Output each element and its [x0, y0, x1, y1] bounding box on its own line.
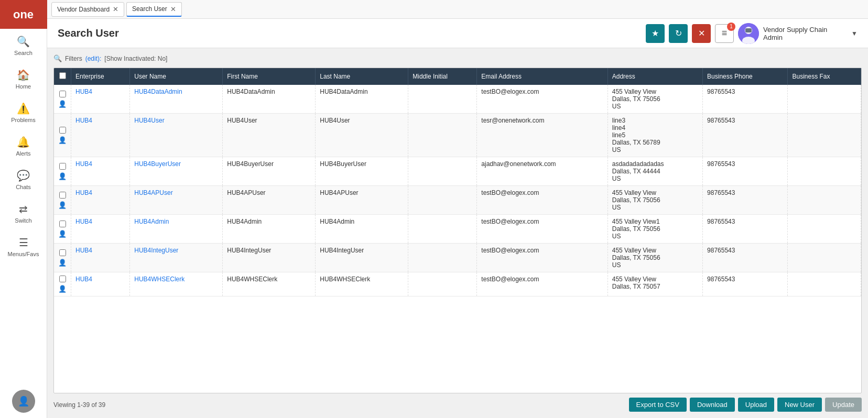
star-button[interactable]: ★: [646, 24, 665, 43]
row-firstname: HUB4IntegUser: [223, 244, 316, 272]
enterprise-link-6[interactable]: HUB4: [75, 276, 92, 283]
row-business-fax: [788, 85, 861, 114]
enterprise-link-5[interactable]: HUB4: [75, 247, 92, 254]
table-row: 👤 HUB4 HUB4IntegUser HUB4IntegUser HUB4I…: [54, 244, 861, 272]
new-user-button[interactable]: New User: [777, 398, 822, 412]
row-enterprise: HUB4: [71, 215, 130, 244]
row-business-fax: [788, 186, 861, 215]
user-dropdown-arrow[interactable]: ▼: [851, 30, 858, 37]
main-content: Vendor Dashboard ✕ Search User ✕ Search …: [47, 0, 868, 418]
tab-search-user-label: Search User: [132, 5, 167, 13]
tab-search-user-close[interactable]: ✕: [170, 6, 176, 13]
filter-edit-link[interactable]: (edit):: [85, 55, 102, 62]
enterprise-link-1[interactable]: HUB4: [75, 117, 92, 124]
download-button[interactable]: Download: [690, 398, 735, 412]
row-enterprise: HUB4: [71, 186, 130, 215]
enterprise-link-2[interactable]: HUB4: [75, 160, 92, 168]
row-username: HUB4User: [130, 114, 223, 157]
row-enterprise: HUB4: [71, 244, 130, 272]
sidebar-item-search[interactable]: 🔍 Search: [0, 29, 47, 62]
row-business-phone: 98765543: [703, 272, 788, 296]
row-checkbox-5[interactable]: [59, 249, 66, 256]
close-button[interactable]: ✕: [692, 24, 711, 43]
enterprise-link-4[interactable]: HUB4: [75, 218, 92, 225]
select-all-checkbox[interactable]: [59, 72, 66, 79]
sidebar-label-chats: Chats: [16, 184, 31, 190]
user-name: Vendor Supply Chain Admin: [763, 26, 847, 41]
username-link-0[interactable]: HUB4DataAdmin: [134, 88, 182, 95]
table-row: 👤 HUB4 HUB4APUser HUB4APUser HUB4APUser …: [54, 186, 861, 215]
row-username: HUB4DataAdmin: [130, 85, 223, 114]
tab-vendor-dashboard-close[interactable]: ✕: [113, 6, 118, 13]
row-business-fax: [788, 244, 861, 272]
row-enterprise: HUB4: [71, 272, 130, 296]
sidebar-item-switch[interactable]: ⇄ Switch: [0, 196, 47, 230]
row-business-fax: [788, 272, 861, 296]
menu-button[interactable]: ≡ 1: [715, 24, 734, 43]
user-avatar: [738, 23, 759, 44]
upload-button[interactable]: Upload: [738, 398, 774, 412]
row-checkbox-3[interactable]: [59, 192, 66, 199]
row-lastname: HUB4APUser: [316, 186, 408, 215]
row-checkbox-4[interactable]: [59, 221, 66, 227]
row-firstname: HUB4WHSEClerk: [223, 272, 316, 296]
username-link-6[interactable]: HUB4WHSEClerk: [134, 276, 185, 283]
row-username: HUB4Admin: [130, 215, 223, 244]
table-container: Enterprise User Name First Name Last Nam…: [53, 68, 862, 393]
sidebar-item-chats[interactable]: 💬 Chats: [0, 163, 47, 196]
enterprise-link-0[interactable]: HUB4: [75, 88, 92, 95]
user-profile[interactable]: Vendor Supply Chain Admin ▼: [738, 23, 858, 44]
row-checkbox-2[interactable]: [59, 163, 66, 170]
row-address: asdadadadadadasDallas, TX 44444US: [607, 157, 702, 186]
filter-bar: 🔍 Filters (edit): [Show Inactivated: No]: [53, 54, 862, 62]
row-checkbox-cell: 👤: [54, 272, 71, 296]
username-link-1[interactable]: HUB4User: [134, 117, 164, 124]
col-lastname: Last Name: [316, 68, 408, 85]
row-checkbox-6[interactable]: [59, 276, 66, 282]
refresh-button[interactable]: ↻: [669, 24, 688, 43]
username-link-5[interactable]: HUB4IntegUser: [134, 247, 178, 254]
username-link-2[interactable]: HUB4BuyerUser: [134, 160, 181, 168]
row-middle-initial: [408, 157, 477, 186]
sidebar-item-menus-favs[interactable]: ☰ Menus/Favs: [0, 230, 47, 263]
problems-icon: ⚠️: [17, 102, 30, 115]
username-link-3[interactable]: HUB4APUser: [134, 189, 172, 196]
sidebar-item-problems[interactable]: ⚠️ Problems: [0, 96, 47, 129]
user-row-icon: 👤: [58, 230, 67, 238]
sidebar-item-alerts[interactable]: 🔔 Alerts: [0, 129, 47, 163]
sidebar: one 🔍 Search 🏠 Home ⚠️ Problems 🔔 Alerts…: [0, 0, 47, 418]
menus-icon: ☰: [19, 236, 28, 249]
row-email: testBO@elogex.com: [477, 215, 607, 244]
table-body: 👤 HUB4 HUB4DataAdmin HUB4DataAdmin HUB4D…: [54, 85, 861, 296]
enterprise-link-3[interactable]: HUB4: [75, 189, 92, 196]
tab-vendor-dashboard[interactable]: Vendor Dashboard ✕: [51, 2, 124, 17]
row-email: testBO@elogex.com: [477, 186, 607, 215]
user-row-icon: 👤: [58, 285, 67, 293]
user-avatar-sidebar[interactable]: 👤: [12, 390, 35, 413]
export-csv-button[interactable]: Export to CSV: [629, 398, 687, 412]
col-address: Address: [607, 68, 702, 85]
col-email: Email Address: [477, 68, 607, 85]
row-business-phone: 98765543: [703, 85, 788, 114]
app-logo[interactable]: one: [0, 0, 47, 29]
row-business-phone: 98765543: [703, 114, 788, 157]
row-checkbox-0[interactable]: [59, 91, 66, 97]
update-button[interactable]: Update: [825, 398, 862, 412]
row-address: 455 Valley ViewDallas, TX 75056US: [607, 244, 702, 272]
tab-search-user[interactable]: Search User ✕: [126, 2, 182, 17]
row-business-phone: 98765543: [703, 157, 788, 186]
tabs-bar: Vendor Dashboard ✕ Search User ✕: [47, 0, 868, 19]
page-header: Search User ★ ↻ ✕ ≡ 1 Vendor Supply Chai: [47, 19, 868, 48]
table-row: 👤 HUB4 HUB4BuyerUser HUB4BuyerUser HUB4B…: [54, 157, 861, 186]
sidebar-label-menus: Menus/Favs: [8, 251, 39, 257]
users-table: Enterprise User Name First Name Last Nam…: [54, 68, 861, 296]
sidebar-item-home[interactable]: 🏠 Home: [0, 62, 47, 96]
sidebar-label-switch: Switch: [15, 217, 31, 224]
table-row: 👤 HUB4 HUB4Admin HUB4Admin HUB4Admin tes…: [54, 215, 861, 244]
username-link-4[interactable]: HUB4Admin: [134, 218, 169, 225]
filter-icon: 🔍: [53, 54, 62, 62]
row-checkbox-1[interactable]: [59, 127, 66, 134]
row-checkbox-cell: 👤: [54, 157, 71, 186]
col-business-phone: Business Phone: [703, 68, 788, 85]
row-username: HUB4WHSEClerk: [130, 272, 223, 296]
